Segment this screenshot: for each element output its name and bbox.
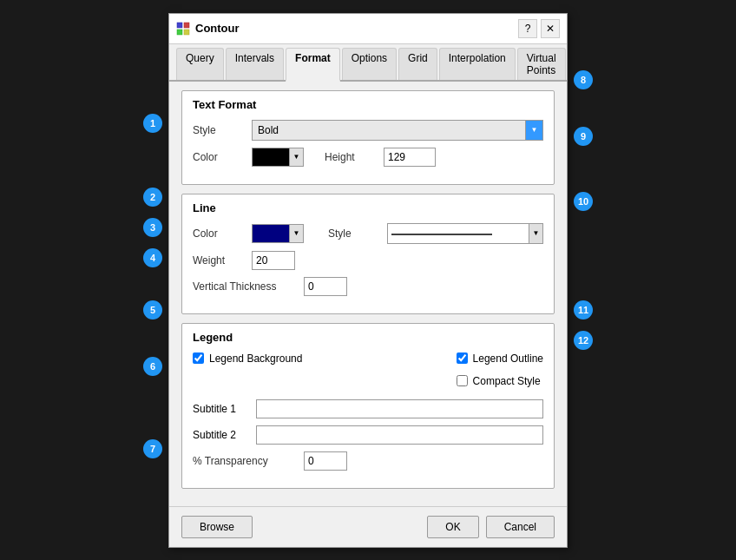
transparency-label: % Transparency <box>193 455 297 467</box>
annotation-6: 6 <box>143 357 162 376</box>
annotation-1: 1 <box>143 114 162 133</box>
tab-format[interactable]: Format <box>286 48 340 82</box>
annotation-3: 3 <box>143 218 162 237</box>
style-dropdown-arrow: ▼ <box>525 121 542 140</box>
line-title: Line <box>193 201 543 214</box>
height-input[interactable]: 129 <box>384 148 436 167</box>
footer-right: OK Cancel <box>427 516 555 538</box>
subtitle1-input[interactable] <box>256 399 543 418</box>
compact-style-row: Compact Style <box>457 375 543 387</box>
text-format-section: Text Format Style Bold ▼ Color ▼ Height … <box>181 90 555 185</box>
title-bar-right: ? ✕ <box>518 19 560 38</box>
annotation-5: 5 <box>143 300 162 320</box>
line-color-style-row: Color ▼ Style ▼ <box>193 223 543 244</box>
cancel-button[interactable]: Cancel <box>486 516 555 538</box>
legend-title: Legend <box>193 331 543 344</box>
annotation-4: 4 <box>143 248 162 267</box>
legend-background-label: Legend Background <box>209 352 302 365</box>
footer: Browse OK Cancel <box>169 506 567 547</box>
legend-section: Legend Legend Background Legend Outline <box>181 323 555 489</box>
compact-style-label: Compact Style <box>473 375 541 387</box>
line-color-arrow: ▼ <box>289 225 303 242</box>
tab-bar: Query Intervals Format Options Grid Inte… <box>169 44 567 82</box>
annotation-9: 9 <box>574 127 593 146</box>
line-style-arrow: ▼ <box>529 224 542 243</box>
line-style-dropdown[interactable]: ▼ <box>387 223 543 244</box>
subtitle2-input[interactable] <box>256 425 543 445</box>
tab-query[interactable]: Query <box>176 48 224 80</box>
style-label: Style <box>193 124 245 136</box>
subtitle1-row: Subtitle 1 <box>193 399 543 418</box>
tab-interpolation[interactable]: Interpolation <box>439 48 516 80</box>
weight-row: Weight 20 <box>193 251 543 270</box>
ok-button[interactable]: OK <box>427 516 478 538</box>
browse-button[interactable]: Browse <box>181 516 253 538</box>
dialog-title: Contour <box>195 22 240 35</box>
dialog-icon <box>176 22 190 36</box>
vertical-thickness-row: Vertical Thickness 0 <box>193 277 543 296</box>
transparency-row: % Transparency 0 <box>193 451 543 471</box>
line-color-swatch <box>253 225 289 242</box>
style-dropdown[interactable]: Bold ▼ <box>252 120 543 141</box>
contour-dialog: 1 2 3 4 5 6 7 8 9 10 11 12 Contour ? ✕ <box>168 13 568 548</box>
content-area: Text Format Style Bold ▼ Color ▼ Height … <box>169 82 567 506</box>
vertical-thickness-input[interactable]: 0 <box>304 277 347 296</box>
svg-rect-0 <box>177 23 182 28</box>
color-label: Color <box>193 151 245 163</box>
tab-grid[interactable]: Grid <box>398 48 437 80</box>
annotation-8: 8 <box>574 70 593 89</box>
style-row: Style Bold ▼ <box>193 120 543 141</box>
tab-intervals[interactable]: Intervals <box>226 48 284 80</box>
weight-label: Weight <box>193 254 245 267</box>
title-bar: Contour ? ✕ <box>169 14 567 44</box>
weight-input[interactable]: 20 <box>252 251 295 270</box>
svg-rect-2 <box>177 30 182 35</box>
title-bar-left: Contour <box>176 22 240 36</box>
help-button[interactable]: ? <box>518 19 537 38</box>
annotation-7: 7 <box>143 439 162 458</box>
subtitle2-label: Subtitle 2 <box>193 429 249 441</box>
text-color-arrow: ▼ <box>289 148 303 166</box>
compact-style-checkbox[interactable] <box>457 375 468 386</box>
annotation-11: 11 <box>574 300 593 320</box>
line-style-label: Style <box>328 227 380 240</box>
text-color-picker[interactable]: ▼ <box>252 148 304 167</box>
transparency-input[interactable]: 0 <box>304 451 347 471</box>
tab-virtual-points[interactable]: Virtual Points <box>517 48 566 80</box>
svg-rect-1 <box>184 23 189 28</box>
subtitle2-row: Subtitle 2 <box>193 425 543 445</box>
line-color-label: Color <box>193 227 245 240</box>
legend-outline-label: Legend Outline <box>473 352 543 365</box>
text-format-title: Text Format <box>193 98 543 111</box>
subtitle1-label: Subtitle 1 <box>193 403 249 415</box>
height-label: Height <box>325 151 377 163</box>
color-height-row: Color ▼ Height 129 <box>193 148 543 167</box>
tab-options[interactable]: Options <box>342 48 397 80</box>
svg-rect-3 <box>184 30 189 35</box>
legend-background-checkbox[interactable] <box>193 352 204 364</box>
legend-outline-checkbox[interactable] <box>457 352 468 364</box>
line-style-content <box>388 224 529 243</box>
close-button[interactable]: ✕ <box>541 19 560 38</box>
line-section: Line Color ▼ Style ▼ Weight 2 <box>181 194 555 314</box>
text-color-swatch <box>253 148 289 166</box>
line-color-picker[interactable]: ▼ <box>252 224 304 243</box>
annotation-12: 12 <box>574 331 593 350</box>
vertical-thickness-label: Vertical Thickness <box>193 280 297 293</box>
legend-background-row: Legend Background <box>193 352 302 365</box>
style-value: Bold <box>253 124 525 136</box>
annotation-10: 10 <box>574 192 593 211</box>
annotation-2: 2 <box>143 188 162 207</box>
legend-outline-row: Legend Outline <box>457 352 543 365</box>
